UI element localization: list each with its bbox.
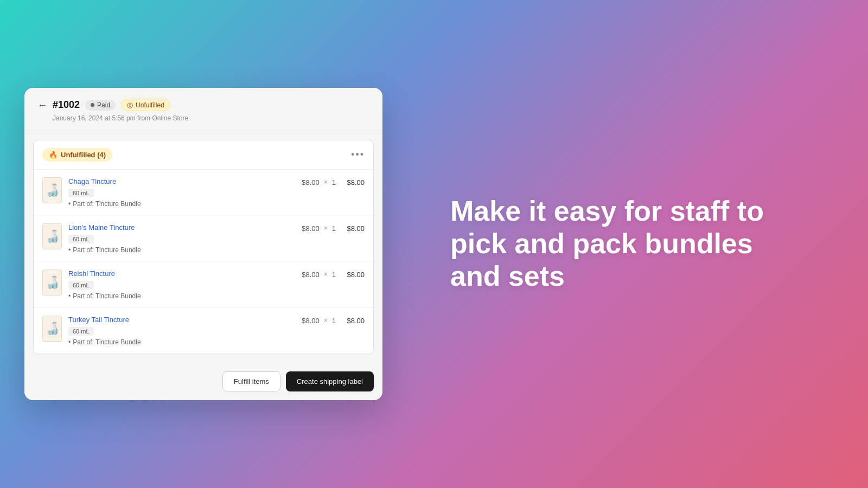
section-unfulfilled-icon: 🔥 bbox=[49, 151, 58, 159]
product-info-0: Chaga Tincture 60 mL • Part of: Tincture… bbox=[68, 177, 295, 208]
product-name-3[interactable]: Turkey Tail Tincture bbox=[68, 316, 295, 324]
unfulfilled-badge: ◎ Unfulfilled bbox=[121, 99, 170, 111]
table-row: 🍶 Lion's Maine Tincture 60 mL • Part of:… bbox=[34, 216, 373, 262]
product-bundle-3: • Part of: Tincture Bundle bbox=[68, 338, 295, 346]
product-image-1: 🍶 bbox=[42, 223, 62, 249]
paid-badge: Paid bbox=[85, 100, 116, 111]
card-body: 🔥 Unfulfilled (4) ••• 🍶 Chaga Tincture 6… bbox=[33, 140, 374, 354]
product-name-2[interactable]: Reishi Tincture bbox=[68, 269, 295, 278]
product-price-3: $8.00 × 1 $8.00 bbox=[302, 316, 365, 325]
bottle-icon-0: 🍶 bbox=[45, 183, 60, 197]
bottle-icon-2: 🍶 bbox=[45, 275, 60, 290]
product-bundle-1: • Part of: Tincture Bundle bbox=[68, 246, 295, 254]
create-shipping-label-button[interactable]: Create shipping label bbox=[286, 371, 374, 391]
product-name-0[interactable]: Chaga Tincture bbox=[68, 177, 295, 185]
table-row: 🍶 Chaga Tincture 60 mL • Part of: Tinctu… bbox=[34, 170, 373, 216]
product-name-1[interactable]: Lion's Maine Tincture bbox=[68, 223, 295, 232]
product-variant-3: 60 mL bbox=[68, 327, 94, 336]
section-unfulfilled-badge: 🔥 Unfulfilled (4) bbox=[42, 148, 112, 162]
bottle-icon-1: 🍶 bbox=[45, 229, 60, 243]
product-price-0: $8.00 × 1 $8.00 bbox=[302, 177, 365, 187]
order-number: #1002 bbox=[53, 99, 80, 111]
card-footer: Fulfill items Create shipping label bbox=[24, 363, 382, 400]
product-variant-1: 60 mL bbox=[68, 235, 94, 243]
section-header: 🔥 Unfulfilled (4) ••• bbox=[34, 140, 373, 170]
right-panel: Make it easy for staff to pick and pack … bbox=[407, 163, 868, 325]
product-variant-0: 60 mL bbox=[68, 189, 94, 197]
order-card: ← #1002 Paid ◎ Unfulfilled January 16, 2… bbox=[24, 88, 382, 400]
product-image-3: 🍶 bbox=[42, 316, 62, 342]
order-meta: January 16, 2024 at 5:56 pm from Online … bbox=[53, 114, 369, 122]
table-row: 🍶 Reishi Tincture 60 mL • Part of: Tinct… bbox=[34, 262, 373, 308]
product-info-3: Turkey Tail Tincture 60 mL • Part of: Ti… bbox=[68, 316, 295, 346]
back-arrow-icon[interactable]: ← bbox=[37, 100, 47, 110]
more-options-button[interactable]: ••• bbox=[351, 149, 365, 160]
product-info-2: Reishi Tincture 60 mL • Part of: Tinctur… bbox=[68, 269, 295, 300]
product-image-0: 🍶 bbox=[42, 177, 62, 203]
table-row: 🍶 Turkey Tail Tincture 60 mL • Part of: … bbox=[34, 308, 373, 354]
unfulfilled-icon: ◎ bbox=[127, 101, 133, 109]
promo-text: Make it easy for staff to pick and pack … bbox=[450, 195, 803, 292]
bottle-icon-3: 🍶 bbox=[45, 322, 60, 336]
product-price-2: $8.00 × 1 $8.00 bbox=[302, 269, 365, 279]
product-image-2: 🍶 bbox=[42, 269, 62, 296]
product-list: 🍶 Chaga Tincture 60 mL • Part of: Tinctu… bbox=[34, 170, 373, 354]
product-price-1: $8.00 × 1 $8.00 bbox=[302, 223, 365, 233]
product-variant-2: 60 mL bbox=[68, 281, 94, 290]
header-top: ← #1002 Paid ◎ Unfulfilled bbox=[37, 99, 369, 111]
product-info-1: Lion's Maine Tincture 60 mL • Part of: T… bbox=[68, 223, 295, 254]
left-panel: ← #1002 Paid ◎ Unfulfilled January 16, 2… bbox=[0, 0, 407, 488]
card-header: ← #1002 Paid ◎ Unfulfilled January 16, 2… bbox=[24, 88, 382, 131]
product-bundle-0: • Part of: Tincture Bundle bbox=[68, 200, 295, 208]
fulfill-items-button[interactable]: Fulfill items bbox=[222, 371, 280, 391]
product-bundle-2: • Part of: Tincture Bundle bbox=[68, 292, 295, 300]
